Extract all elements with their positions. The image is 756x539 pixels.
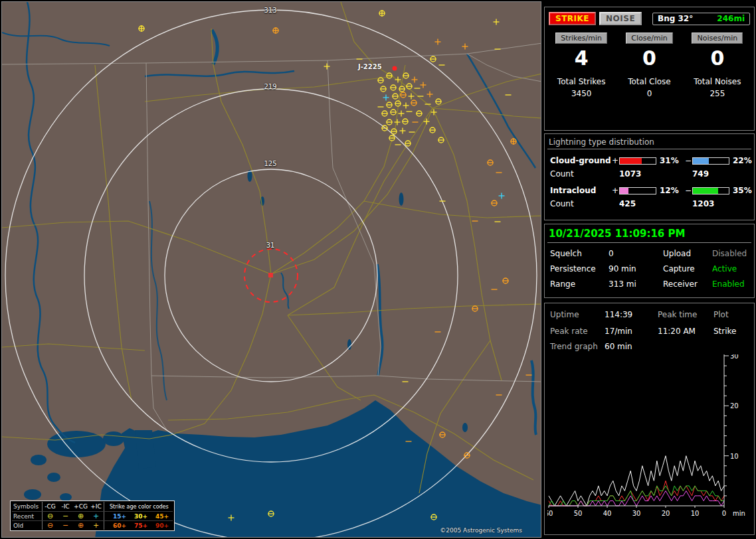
map-geography [2,2,541,538]
legend-old-row: Old ⊖−⊕+60+75+90+ [12,520,173,530]
close-per-min-label: Close/min [626,33,672,44]
legend-strike-symbol: ⊕ [73,512,88,520]
range-label: Range [550,279,609,289]
plot-value: Strike [713,327,749,336]
ic-positive-fill [620,188,628,194]
intracloud-label: Intracloud [550,186,611,195]
legend-strike-symbol: + [88,522,104,529]
close-per-min-value: 0 [615,48,683,68]
bearing-value: Bng 32° [658,14,693,23]
trend-graph-label: Trend graph [550,342,605,351]
total-close-label: Total Close [615,77,683,86]
cg-negative-bar [692,157,729,165]
trend-x-label: 20 [662,510,670,517]
plus-sign: + [611,156,619,165]
legend-strike-symbol: ⊖ [43,512,58,520]
count-label: Count [550,169,611,179]
legend-old-label: Old [12,521,43,530]
divider [547,149,751,149]
peak-time-label: Peak time [658,310,713,319]
legend-divider [104,521,109,530]
trend-y-label: 20 [730,402,739,410]
rate-labels-row: Strikes/min Close/min Noises/min [547,33,751,44]
legend-strike-symbol: − [58,522,73,529]
plot-label: Plot [713,310,749,319]
legend-type-header: +CG [73,503,88,510]
trend-x-label: 60 [547,510,553,517]
ic-positive-count: 425 [619,199,684,209]
cg-positive-pct: 31% [656,156,684,165]
age-code-label: 75+ [130,522,151,529]
minus-sign: − [684,186,692,195]
trend-graph-value: 60 min [605,342,749,351]
distribution-panel: Lightning type distribution Cloud-ground… [544,133,755,220]
intracloud-row: Intracloud + 12% − 35% [547,185,751,196]
legend-divider [104,502,109,511]
capture-value: Active [712,264,749,273]
age-code-label: 60+ [109,522,130,529]
lake [31,455,47,465]
age-codes-header: Strike age color codes [109,504,173,510]
cg-negative-count: 749 [692,169,756,179]
age-code-label: 45+ [151,513,173,520]
range-value: 313 mi [609,279,663,289]
map-canvas[interactable]: 313 219 125 31 J-2225 Symbols -CG -IC +C… [1,1,541,538]
clock-settings-panel: 10/21/2025 11:09:16 PM Squelch 0 Upload … [544,224,755,298]
squelch-value: 0 [609,249,663,258]
cg-positive-fill [620,158,642,164]
persistence-value: 90 min [609,264,663,273]
uptime-label: Uptime [550,310,605,319]
rate-values-row: 4 0 0 [547,48,751,68]
legend-type-header: -CG [43,503,58,510]
alarm-indicator-row: STRIKE NOISE Bng 32° 246mi [547,9,751,25]
upload-value: Disabled [712,249,749,258]
cloud-ground-row: Cloud-ground + 31% − 22% [547,155,751,166]
trend-y-label: 30 [730,354,739,360]
strike-symbol-cp [511,139,517,145]
minus-sign: − [684,156,692,165]
ic-negative-fill [693,188,718,194]
strike-symbol-cp [139,26,145,32]
legend-symbols-header: Symbols [12,502,43,511]
station-marker [268,273,273,277]
trend-x-label: 40 [603,510,612,517]
strikes-per-min-value: 4 [547,48,615,68]
noise-indicator[interactable]: NOISE [599,12,642,25]
legend-type-header: +IC [88,503,104,510]
bearing-display: Bng 32° 246mi [652,13,750,25]
trend-x-label: 50 [574,510,583,517]
trend-series-cloud-ground [549,481,724,506]
ic-positive-pct: 12% [656,186,684,195]
receiver-label: Receiver [663,279,712,289]
count-label: Count [550,199,611,209]
trend-panel: Uptime 114:39 Peak time Plot Peak rate 1… [544,303,755,535]
trend-x-label: 0 [722,510,726,517]
peak-time-value: 11:20 AM [658,327,713,336]
trend-x-unit: min [733,510,745,517]
lake [24,489,41,500]
total-values-row: 3450 0 255 [547,89,751,98]
ic-positive-bar [619,187,656,194]
persistence-label: Persistence [550,264,609,273]
distance-value: 246mi [717,14,745,23]
trend-series-intracloud-pos [549,491,724,506]
intracloud-count-row: Count 425 1203 [547,199,751,209]
legend-strike-symbol: ⊖ [43,522,58,529]
strike-indicator[interactable]: STRIKE [549,12,596,25]
nexstorm-app: 313 219 125 31 J-2225 Symbols -CG -IC +C… [0,0,756,539]
copyright-text: ©2005 Astrogenic Systems [440,527,522,534]
trend-y-label: 10 [730,453,739,460]
trend-label-row: Trend graph 60 min [547,342,751,351]
storm-cell-marker [393,66,397,71]
legend-strike-symbol: + [88,512,104,520]
legend-strike-symbol: − [58,512,73,520]
total-noises-value: 255 [684,89,751,98]
peak-rate-label: Peak rate [550,327,605,336]
datetime-display: 10/21/2025 11:09:16 PM [547,226,751,240]
status-grid: Uptime 114:39 Peak time Plot Peak rate 1… [547,305,751,336]
ic-negative-count: 1203 [692,199,756,209]
total-labels-row: Total Strikes Total Close Total Noises [547,77,751,86]
receiver-value: Enabled [712,279,749,289]
legend-strike-symbol: ⊕ [73,522,88,529]
age-code-label: 30+ [130,513,151,520]
